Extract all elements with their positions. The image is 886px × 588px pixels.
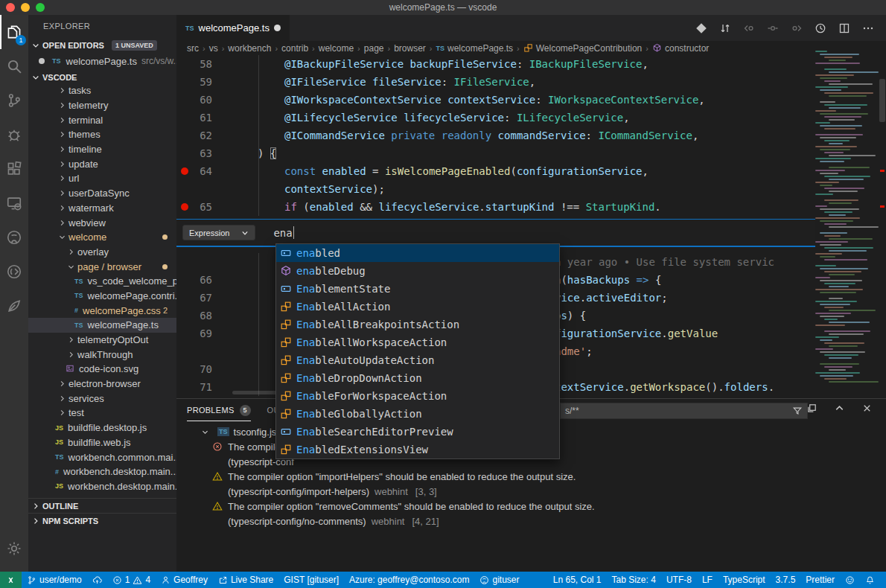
tree-item-welcomepage-contri[interactable]: TSwelcomePage.contri...	[28, 289, 176, 304]
breakpoint-icon[interactable]	[181, 167, 188, 175]
open-in-editor-icon[interactable]	[806, 403, 818, 414]
status-formatter[interactable]: Prettier	[800, 572, 840, 588]
status-github-account[interactable]: gituser	[474, 572, 524, 588]
split-editor-button[interactable]	[838, 22, 850, 34]
current-change-button[interactable]	[767, 22, 779, 34]
minimap-slider[interactable]	[879, 79, 885, 122]
tree-item-page-browser[interactable]: page / browser	[28, 259, 176, 274]
problem-row-detail[interactable]: (typescript-config/import-helpers)webhin…	[176, 484, 886, 499]
status-branch[interactable]: user/demo	[22, 572, 87, 588]
status-user[interactable]: Geoffrey	[156, 572, 213, 588]
expression-input[interactable]: ena	[273, 226, 294, 239]
activity-remote-explorer[interactable]	[0, 186, 28, 220]
status-problems[interactable]: 14	[107, 572, 156, 588]
tree-item-telemetry[interactable]: telemetry	[28, 98, 176, 113]
code-area[interactable]: 58@IBackupFileService backupFileService:…	[176, 55, 815, 216]
tree-item-buildfile-desktop-js[interactable]: JSbuildfile.desktop.js	[28, 421, 176, 435]
breadcrumb-constructor[interactable]: constructor	[652, 43, 709, 54]
tree-item-update[interactable]: update	[28, 156, 176, 171]
status-gist[interactable]: GIST [gituser]	[278, 572, 344, 588]
tree-item-url[interactable]: url	[28, 171, 176, 186]
tree-item-code-icon-svg[interactable]: code-icon.svg	[28, 362, 176, 377]
npm-scripts-section[interactable]: NPM SCRIPTS	[28, 513, 176, 528]
problem-row-detail[interactable]: (typescript-config/no-comments)webhint[4…	[176, 514, 886, 528]
suggestion-enableforworkspaceaction[interactable]: EnableForWorkspaceAction	[276, 387, 559, 405]
tree-item-services[interactable]: services	[28, 391, 176, 406]
open-changes-button[interactable]	[719, 22, 731, 34]
file-history-button[interactable]	[815, 22, 826, 34]
activity-settings[interactable]	[0, 531, 28, 566]
suggestion-enabledebug[interactable]: enableDebug	[276, 262, 559, 280]
tree-item-walkthrough[interactable]: walkThrough	[28, 347, 176, 362]
status-ts-version[interactable]: 3.7.5	[771, 572, 801, 588]
gitlens-compare-button[interactable]	[695, 22, 707, 34]
minimap[interactable]	[815, 51, 879, 397]
open-editor-item[interactable]: TS welcomePage.ts src/vs/w...	[28, 53, 176, 69]
breadcrumb-page[interactable]: page	[364, 43, 384, 54]
tree-item-overlay[interactable]: overlay	[28, 245, 176, 260]
status-encoding[interactable]: UTF-8	[661, 572, 697, 588]
tree-item-telemetryoptout[interactable]: telemetryOptOut	[28, 333, 176, 348]
status-feedback[interactable]	[840, 572, 860, 588]
code-line-wrap[interactable]: contextService);	[176, 180, 815, 198]
more-actions-button[interactable]	[862, 22, 874, 34]
code-line-58[interactable]: 58@IBackupFileService backupFileService:…	[176, 55, 815, 73]
next-change-button[interactable]	[791, 22, 803, 34]
status-azure[interactable]: Azure: geoffrey@contoso.com	[344, 572, 474, 588]
status-language[interactable]: TypeScript	[718, 572, 771, 588]
problem-row[interactable]: The compiler option "removeComments" sho…	[176, 499, 886, 514]
breadcrumb-welcomepagecontribution[interactable]: WelcomePageContribution	[523, 43, 643, 54]
suggestion-enableallaction[interactable]: EnableAllAction	[276, 298, 559, 316]
tree-item-workbench-desktop-main[interactable]: JSworkbench.desktop.main...	[28, 479, 176, 494]
activity-extensions[interactable]	[0, 152, 28, 186]
outline-section[interactable]: OUTLINE	[28, 498, 176, 513]
tree-item-welcomepage-css[interactable]: #welcomePage.css2	[28, 303, 176, 318]
activity-source-control[interactable]	[0, 83, 28, 118]
suggestion-enablegloballyaction[interactable]: EnableGloballyAction	[276, 405, 559, 423]
tree-item-test[interactable]: test	[28, 406, 176, 421]
breakpoint-icon[interactable]	[181, 203, 188, 211]
tree-item-welcome[interactable]: welcome	[28, 230, 176, 245]
tree-item-terminal[interactable]: terminal	[28, 112, 176, 127]
breadcrumb-browser[interactable]: browser	[394, 43, 426, 54]
activity-search[interactable]	[0, 49, 28, 83]
status-eol[interactable]: LF	[697, 572, 718, 588]
code-line-59[interactable]: 59@IFileService fileService: IFileServic…	[176, 73, 815, 91]
tree-item-tasks[interactable]: tasks	[28, 83, 176, 98]
remote-indicator[interactable]	[0, 572, 22, 588]
activity-run-debug[interactable]	[0, 118, 28, 152]
code-line-62[interactable]: 62@ICommandService private readonly comm…	[176, 127, 815, 144]
tree-item-vs-code-welcome-pa[interactable]: TSvs_code_welcome_pa...	[28, 274, 176, 289]
suggestion-enableallbreakpointsaction[interactable]: EnableAllBreakpointsAction	[276, 316, 559, 333]
tree-item-watermark[interactable]: watermark	[28, 201, 176, 216]
problems-filter-input[interactable]: s/**	[560, 403, 808, 419]
suggestion-enabledropdownaction[interactable]: EnableDropDownAction	[276, 369, 559, 387]
suggestion-enableautoupdateaction[interactable]: EnableAutoUpdateAction	[276, 351, 559, 369]
code-line-63[interactable]: 63) {	[176, 144, 815, 162]
code-line-65[interactable]: 65if (enabled && lifecycleService.startu…	[176, 198, 815, 216]
suggestion-enableallworkspaceaction[interactable]: EnableAllWorkspaceAction	[276, 333, 559, 351]
breadcrumb-welcomepage-ts[interactable]: TSwelcomePage.ts	[436, 43, 514, 54]
status-notifications[interactable]	[860, 572, 880, 588]
tree-item-themes[interactable]: themes	[28, 127, 176, 142]
status-cursor-position[interactable]: Ln 65, Col 1	[548, 572, 607, 588]
suggestion-enabled[interactable]: enabled	[276, 244, 559, 262]
activity-gitlens[interactable]	[0, 289, 28, 323]
tree-item-welcomepage-ts[interactable]: TSwelcomePage.ts	[28, 318, 176, 333]
breakpoint-type-dropdown[interactable]: Expression	[182, 225, 255, 240]
breadcrumb-src[interactable]: src	[187, 43, 199, 54]
code-line-61[interactable]: 61@ILifecycleService lifecycleService: I…	[176, 109, 815, 127]
tree-item-workbench-common-mai[interactable]: TSworkbench.common.mai...	[28, 450, 176, 464]
tree-item-electron-browser[interactable]: electron-browser	[28, 377, 176, 392]
tree-item-userdatasync[interactable]: userDataSync	[28, 186, 176, 201]
suggestion-enablesearcheditorpreview[interactable]: EnableSearchEditorPreview	[276, 423, 559, 441]
tab-welcomepage[interactable]: TS welcomePage.ts	[176, 15, 290, 41]
tab-modified-dot-icon[interactable]	[274, 25, 281, 31]
tree-item-buildfile-web-js[interactable]: JSbuildfile.web.js	[28, 435, 176, 450]
breadcrumb-vs[interactable]: vs	[209, 43, 218, 54]
status-indentation[interactable]: Tab Size: 4	[607, 572, 661, 588]
code-line-64[interactable]: 64const enabled = isWelcomePageEnabled(c…	[176, 162, 815, 180]
activity-github[interactable]	[0, 220, 28, 255]
status-sync[interactable]	[87, 572, 107, 588]
previous-change-button[interactable]	[743, 22, 755, 34]
